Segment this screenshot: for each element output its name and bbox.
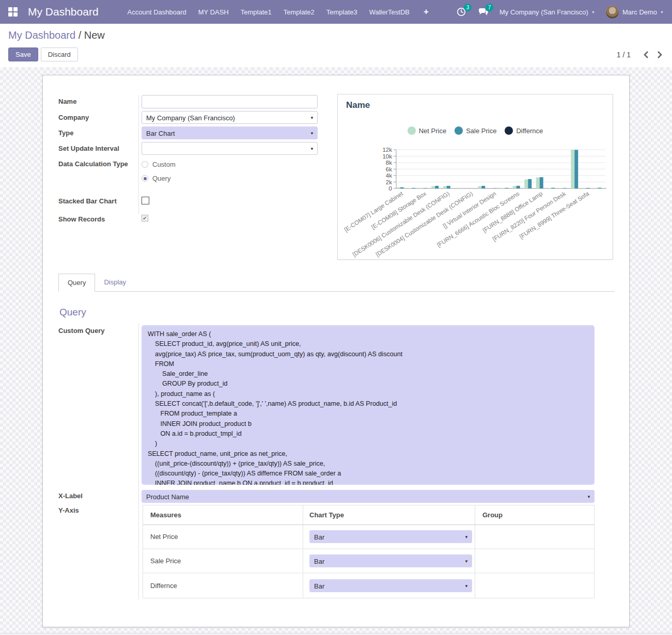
chevron-right-icon [657,51,663,59]
breadcrumb-current: New [84,29,105,41]
group-cell [475,574,594,598]
header-measures: Measures [143,505,303,525]
add-dashboard-button[interactable]: + [424,7,429,17]
show-records-checkbox[interactable]: ✔ [142,215,148,221]
activity-menu-button[interactable]: 3 [456,6,467,18]
bar-chart-svg: 12k10k8k6k4k2k0[E-COM07] Large Cabinet[E… [338,94,614,260]
nav-item-wallertestdb[interactable]: WallerTestDB [369,8,410,16]
chevron-down-icon: ▼ [660,10,664,14]
header-group: Group [475,505,594,525]
y-axis-field-label: Y-Axis [58,506,79,514]
measure-cell: Net Price [143,525,303,548]
group-cell [475,549,594,573]
control-panel: My Dashboard / New Save Discard 1 / 1 [0,24,672,67]
update-interval-select[interactable]: ▼ [142,142,318,155]
chart-preview-card: Name Net Price Sale Price Differnce 12k1… [337,94,613,260]
svg-text:6k: 6k [386,166,392,172]
form-buttons: Save Discard [8,47,78,61]
company-name: My Company (San Francisco) [499,8,588,16]
navbar-menu: Account Dashboard MY DASH Template1 Temp… [128,7,429,17]
chevron-down-icon: ▼ [591,10,595,14]
nav-item-template1[interactable]: Template1 [241,8,272,16]
nav-item-my-dash[interactable]: MY DASH [198,8,229,16]
dropdown-caret-icon: ▼ [310,142,314,155]
chart-type-select-sale-price[interactable]: Bar ▼ [309,554,472,567]
dropdown-caret-icon: ▼ [310,112,314,124]
svg-text:[DESK0006] Customizable Desk (: [DESK0006] Customizable Desk (CONFIG) [351,190,450,258]
calc-type-query-label: Query [152,174,170,182]
custom-query-textarea[interactable]: WITH sale_order AS ( SELECT product_id, … [142,325,595,485]
window-bottom-strip [0,633,672,635]
measure-cell: Differnce [143,574,303,598]
form-sheet: Name Company My Company (San Francisco) … [42,75,630,627]
calc-type-custom-label: Custom [152,161,176,168]
x-label-field-label: X-Label [58,492,83,500]
update-interval-field-label: Set Update Interval [58,142,142,152]
dropdown-caret-icon: ▼ [464,580,468,593]
svg-text:0: 0 [389,185,392,192]
dashboard-form: Name Company My Company (San Francisco) … [58,95,322,226]
stacked-bar-field-label: Stacked Bar Chart [58,195,142,205]
svg-text:12k: 12k [382,147,392,153]
measure-cell: Sale Price [143,549,303,573]
activity-count-badge: 3 [464,4,472,11]
nav-item-template2[interactable]: Template2 [284,8,315,16]
label-column-separator-lower [138,323,139,600]
dropdown-caret-icon: ▼ [464,555,468,568]
pager-previous-button[interactable] [643,51,649,59]
chart-type-select-differnce[interactable]: Bar ▼ [309,579,472,592]
breadcrumb: My Dashboard / New [8,29,105,41]
breadcrumb-parent-link[interactable]: My Dashboard [8,29,75,41]
nav-item-account-dashboard[interactable]: Account Dashboard [128,8,186,16]
notebook-tabs: Query Display [58,274,615,292]
user-name: Marc Demo [622,8,657,16]
pager-next-button[interactable] [657,51,663,59]
svg-text:2k: 2k [386,179,392,185]
nav-item-template3[interactable]: Template3 [326,8,357,16]
table-row-differnce: Differnce Bar ▼ [143,574,594,598]
type-select[interactable]: Bar Chart ▼ [142,126,318,139]
calc-type-custom-radio[interactable] [142,161,148,168]
dropdown-caret-icon: ▼ [587,490,591,503]
x-label-select-value: Product Name [146,493,189,501]
x-label-select[interactable]: Product Name ▼ [142,490,595,503]
discard-button[interactable]: Discard [41,47,78,61]
calc-type-query-radio[interactable] [142,175,148,182]
pager-value: 1 / 1 [617,51,631,59]
save-button[interactable]: Save [8,47,38,61]
header-chart-type: Chart Type [303,505,475,525]
tab-display[interactable]: Display [95,274,135,292]
apps-grid-icon[interactable] [8,7,18,17]
pager: 1 / 1 [617,51,663,59]
group-cell [475,525,594,548]
calc-type-field-label: Data Calculation Type [58,157,142,168]
chart-type-select-net-price[interactable]: Bar ▼ [309,530,472,543]
company-select-value: My Company (San Francisco) [146,114,235,122]
name-input[interactable] [142,95,318,108]
stacked-bar-checkbox[interactable] [142,197,149,204]
navbar-systray: 3 7 My Company (San Francisco) ▼ Marc De… [456,5,664,19]
table-row-net-price: Net Price Bar ▼ [143,525,594,549]
company-field-label: Company [58,111,142,121]
svg-text:8k: 8k [386,160,392,166]
y-axis-table: Measures Chart Type Group Net Price Bar … [143,505,595,598]
name-field-label: Name [58,95,142,105]
query-section-heading: Query [59,307,86,318]
app-brand[interactable]: My Dashboard [28,6,99,18]
user-menu[interactable]: Marc Demo ▼ [605,5,664,19]
form-view-background: Name Company My Company (San Francisco) … [0,67,672,635]
table-row-sale-price: Sale Price Bar ▼ [143,549,594,574]
chevron-left-icon [643,51,649,59]
type-field-label: Type [58,126,142,137]
dropdown-caret-icon: ▼ [310,127,314,140]
svg-text:4k: 4k [386,172,392,179]
dropdown-caret-icon: ▼ [464,531,468,544]
company-switcher[interactable]: My Company (San Francisco) ▼ [499,8,595,16]
custom-query-field-label: Custom Query [58,327,105,335]
svg-text:10k: 10k [382,153,392,160]
show-records-field-label: Show Records [58,213,142,223]
company-select[interactable]: My Company (San Francisco) ▼ [142,111,318,124]
user-avatar [605,5,619,19]
tab-query[interactable]: Query [58,274,95,292]
messages-menu-button[interactable]: 7 [478,6,489,18]
